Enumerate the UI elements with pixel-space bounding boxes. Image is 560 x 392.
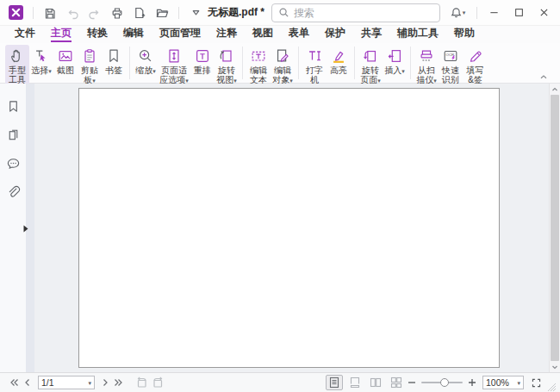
menu-comment[interactable]: 注释	[208, 24, 245, 43]
scrollbar-thumb[interactable]	[551, 95, 559, 361]
edit-text-button[interactable]: 编辑文本	[246, 45, 271, 85]
typewriter-button[interactable]: 打字机	[302, 45, 327, 85]
attachments-panel-button[interactable]	[3, 183, 22, 200]
document-tab[interactable]: 无标题.pdf *	[208, 5, 264, 20]
snapshot-button[interactable]: 截图	[53, 45, 78, 76]
continuous-view-icon	[349, 376, 361, 389]
menu-convert[interactable]: 转换	[79, 24, 115, 43]
divider	[178, 7, 179, 19]
continuous-view-button[interactable]	[346, 375, 364, 390]
page-fit-label: 页面适应选项	[159, 65, 187, 84]
chevron-down-icon: ▾	[517, 380, 520, 386]
facing-continuous-view-button[interactable]	[388, 375, 405, 390]
scroll-up-button[interactable]	[550, 84, 560, 95]
insert-pages-label: 插入	[384, 65, 401, 75]
last-page-button[interactable]	[112, 376, 126, 389]
from-scanner-button[interactable]: 从扫描仪▾	[414, 45, 439, 85]
search-input[interactable]	[294, 7, 433, 19]
search-box[interactable]	[271, 3, 440, 22]
rotate-view-button[interactable]: 旋转视图▾	[215, 45, 239, 85]
menu-page-management[interactable]: 页面管理	[152, 24, 208, 43]
maximize-button[interactable]	[507, 2, 532, 24]
zoom-out-button[interactable]	[405, 376, 419, 389]
notifications-bell-icon[interactable]: ▾	[443, 3, 472, 23]
page-fit-options-button[interactable]: 页面适应选项▾	[158, 45, 190, 85]
hand-icon	[9, 47, 26, 65]
chevron-down-icon	[551, 364, 558, 370]
rotate-pages-icon	[362, 47, 379, 65]
menu-form[interactable]: 表单	[281, 24, 317, 43]
open-file-button[interactable]	[152, 3, 172, 23]
ribbon-group-edit: 编辑文本 编辑对象▾	[246, 45, 295, 85]
insert-pages-icon	[386, 47, 403, 65]
zoom-in-button[interactable]	[465, 376, 479, 389]
double-chevron-right-icon	[114, 377, 124, 388]
menu-share[interactable]: 共享	[353, 24, 389, 43]
edit-object-button[interactable]: 编辑对象▾	[271, 45, 295, 85]
menu-help[interactable]: 帮助	[446, 24, 482, 43]
zoom-button[interactable]: 缩放▾	[134, 45, 158, 76]
previous-view-button[interactable]	[133, 376, 150, 389]
previous-page-button[interactable]	[21, 376, 34, 389]
new-document-button[interactable]	[129, 3, 150, 23]
zoom-level-dropdown[interactable]: 100% ▾	[482, 376, 524, 389]
scroll-down-button[interactable]	[550, 361, 560, 372]
facing-continuous-view-icon	[390, 376, 402, 389]
menu-view[interactable]: 视图	[245, 24, 281, 43]
ribbon-group-view: 缩放▾ 页面适应选项▾ 重排 旋转视图▾	[134, 45, 239, 85]
print-button[interactable]	[107, 3, 128, 23]
quick-ocr-button[interactable]: OCR 快速识别	[439, 45, 463, 85]
expand-panel-handle[interactable]	[22, 224, 29, 233]
ribbon-group-tools: 手型工具 选择▾ 截图 剪贴板▾	[5, 45, 126, 85]
collapse-ribbon-button[interactable]	[539, 74, 548, 80]
comments-panel-icon	[6, 156, 21, 171]
select-tool-button[interactable]: 选择▾	[29, 45, 53, 76]
first-page-button[interactable]	[7, 376, 21, 389]
zoom-slider-knob[interactable]	[440, 378, 449, 387]
edit-text-label: 编辑文本	[250, 65, 267, 84]
from-scanner-label: 从扫描仪	[416, 65, 435, 84]
rotate-pages-button[interactable]: 旋转页面▾	[358, 45, 383, 85]
redo-button[interactable]	[84, 3, 105, 23]
foxit-pdf-editor-window: 无标题.pdf * ▾ 文件 主页	[0, 0, 560, 392]
menu-protect[interactable]: 保护	[317, 24, 353, 43]
document-tab-title: 无标题.pdf *	[208, 5, 264, 20]
pdf-page[interactable]	[78, 88, 500, 368]
clipboard-button[interactable]: 剪贴板▾	[78, 45, 102, 85]
insert-pages-button[interactable]: 插入▾	[383, 45, 407, 76]
next-view-button[interactable]	[150, 376, 167, 389]
pages-panel-button[interactable]	[3, 126, 22, 143]
single-page-view-button[interactable]	[326, 375, 343, 390]
chevron-right-icon	[100, 377, 110, 388]
comments-panel-button[interactable]	[3, 154, 22, 171]
facing-view-button[interactable]	[367, 375, 384, 390]
fullscreen-button[interactable]	[527, 376, 544, 389]
undo-button[interactable]	[62, 3, 83, 23]
minimize-button[interactable]	[482, 2, 507, 24]
menu-accessibility[interactable]: 辅助工具	[389, 24, 446, 43]
scanner-icon	[418, 47, 435, 65]
bookmark-button[interactable]: 书签	[102, 45, 126, 76]
edit-object-label: 编辑对象	[272, 65, 291, 84]
menu-file[interactable]: 文件	[7, 24, 43, 43]
close-button[interactable]	[532, 2, 557, 24]
ribbon-separator	[298, 47, 299, 79]
chevron-down-icon: ▾	[185, 78, 189, 84]
bookmarks-panel-button[interactable]	[3, 97, 22, 115]
document-view[interactable]	[34, 84, 549, 372]
reflow-button[interactable]: 重排	[190, 45, 215, 76]
menu-edit[interactable]: 编辑	[115, 24, 152, 43]
menu-home[interactable]: 主页	[43, 24, 79, 43]
next-page-button[interactable]	[98, 376, 112, 389]
ribbon-toolbar: 手型工具 选择▾ 截图 剪贴板▾	[0, 43, 560, 84]
bookmark-icon	[105, 47, 122, 65]
highlight-button[interactable]: 高亮	[327, 45, 351, 76]
page-number-dropdown[interactable]: 1/1 ▾	[38, 376, 95, 389]
tab-list-chevron-icon[interactable]	[185, 3, 206, 23]
resize-grip[interactable]	[546, 382, 557, 392]
zoom-slider[interactable]	[421, 376, 463, 389]
hand-tool-button[interactable]: 手型工具	[5, 45, 29, 85]
ribbon-group-pages: 旋转页面▾ 插入▾	[358, 45, 407, 85]
vertical-scrollbar[interactable]	[549, 84, 560, 372]
save-button[interactable]	[40, 3, 60, 23]
